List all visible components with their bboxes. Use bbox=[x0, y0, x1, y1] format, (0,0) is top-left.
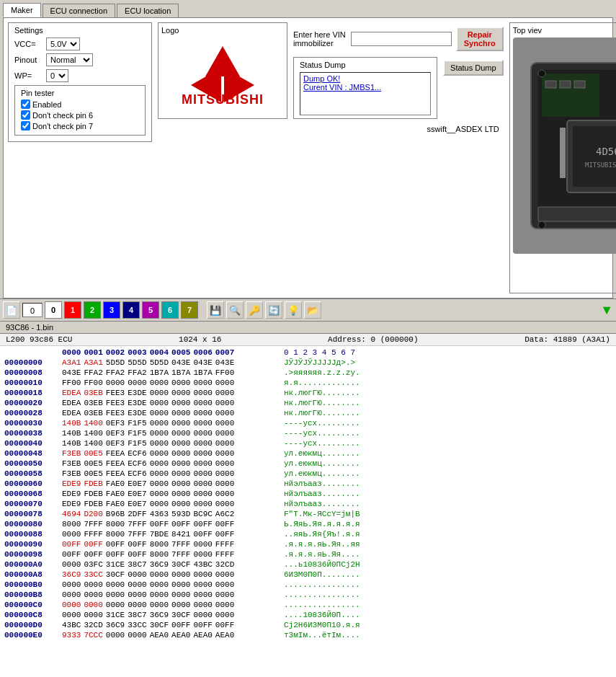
logo-image: MITSUBISHI bbox=[182, 37, 264, 115]
hex-row[interactable]: 00000000A3A1A3A15D5D5D5D5D5D043E043E043E… bbox=[1, 358, 615, 368]
color-5-btn[interactable]: 5 bbox=[142, 301, 159, 319]
brand-name: MITSUBISHI bbox=[182, 92, 264, 107]
hex-row[interactable]: 00000050F3EB00E5FEEAECF60000000000000000… bbox=[1, 459, 615, 469]
toolbar: 📄 0 0 1 2 3 4 5 6 7 💾 🔍 🔑 🔄 💡 📂 ▼ bbox=[0, 298, 616, 322]
tab-maker[interactable]: Maker bbox=[3, 3, 41, 17]
svg-text:4D56: 4D56 bbox=[596, 146, 616, 157]
hex-row[interactable]: 000000D043BC32CD36C933CC30CF00FF00FF00FF… bbox=[1, 620, 615, 630]
pinout-label: Pinout bbox=[14, 56, 43, 64]
logo-group: Logo bbox=[158, 22, 287, 119]
hex-row[interactable]: 000000C80000000031CE38C736C930CF00000000… bbox=[1, 610, 615, 620]
color-3-btn[interactable]: 3 bbox=[103, 301, 120, 319]
hex-row[interactable]: 000000B000000000000000000000000000000000… bbox=[1, 580, 615, 590]
toolbar-save-btn[interactable]: 💾 bbox=[207, 301, 224, 319]
hex-row[interactable]: 00000030140B14000EF3F1F50000000000000000… bbox=[1, 418, 615, 428]
vcc-label: VCC= bbox=[14, 40, 43, 48]
vcc-select[interactable]: 3.3V 5.0V 12V bbox=[46, 37, 80, 50]
dump-ok-link[interactable]: Dump OK! bbox=[303, 74, 427, 83]
logo-label: Logo bbox=[161, 26, 179, 35]
tab-ecu-location[interactable]: ECU location bbox=[117, 4, 179, 17]
toolbar-folder-btn[interactable]: 📂 bbox=[304, 301, 321, 319]
settings-group: Settings VCC= 3.3V 5.0V 12V Pinout Norma… bbox=[8, 22, 152, 142]
pin-tester-label: Pin tester bbox=[21, 89, 139, 97]
pinout-select[interactable]: Normal Reverse bbox=[46, 53, 93, 66]
hex-row[interactable]: 00000070EDE9FDEBFAE0E0E70000000000000000… bbox=[1, 499, 615, 509]
size-label: 1024 x 16 bbox=[179, 335, 221, 344]
hex-row[interactable]: 00000048F3EB00E5FEEAECF60000000000000000… bbox=[1, 448, 615, 459]
address-label: Address: 0 (000000) bbox=[328, 335, 418, 344]
hex-column-header: 00000000 0000000100020003000400050006000… bbox=[1, 348, 615, 358]
ecu-image: 4D56 MITSUBISHI ▲ ATTENTION bbox=[513, 37, 616, 254]
hex-row[interactable]: 0000008080007FFF80007FFF00FF00FF00FF00FF… bbox=[1, 519, 615, 529]
company-label: sswift__ASDEX LTD bbox=[158, 123, 504, 135]
tab-bar: Maker ECU connection ECU location bbox=[0, 0, 616, 17]
color-4-btn[interactable]: 4 bbox=[122, 301, 140, 319]
svg-rect-8 bbox=[560, 128, 566, 178]
wp-label: WP= bbox=[14, 71, 43, 80]
hex-row[interactable]: 000000784694D200B96B2DFF4363593DBC9CA6C2… bbox=[1, 509, 615, 519]
hex-row[interactable]: 00000060EDE9FDEBFAE0E0E70000000000000000… bbox=[1, 479, 615, 489]
toolbar-bulb-btn[interactable]: 💡 bbox=[285, 301, 302, 319]
hex-row[interactable]: 000000A836C933CC30CF00000000000000000000… bbox=[1, 570, 615, 580]
svg-rect-13 bbox=[574, 81, 585, 88]
hex-row[interactable]: 000000A0000003FC31CE38C736C930CF43BC32CD… bbox=[1, 559, 615, 570]
hex-row[interactable]: 00000008043EFFA2FFA2FFA21B7A1B7A1B7AFF00… bbox=[1, 368, 615, 378]
svg-point-20 bbox=[538, 221, 545, 229]
hex-row[interactable]: 00000058F3EB00E5FEEAECF60000000000000000… bbox=[1, 469, 615, 479]
tab-ecu-connection[interactable]: ECU connection bbox=[43, 4, 116, 17]
repair-synchro-button[interactable]: Repair Synchro bbox=[456, 27, 504, 51]
svg-rect-12 bbox=[560, 81, 571, 88]
hex-row[interactable]: 000000E093337CCC00000000AEA0AEA0AEA0AEA0… bbox=[1, 630, 615, 640]
hex-row[interactable]: 0000009000FF00FF00FF00FF80007FFF0000FFFF… bbox=[1, 539, 615, 549]
toolbar-icon-1[interactable]: 📄 bbox=[3, 301, 20, 319]
svg-rect-10 bbox=[538, 207, 616, 221]
hex-row[interactable]: 000000B800000000000000000000000000000000… bbox=[1, 590, 615, 600]
file-tab-label: 93C86 - 1.bin bbox=[0, 322, 616, 334]
data-label: Data: 41889 (А3А1) bbox=[525, 335, 610, 344]
top-view-group: Top viev 4D56 MITSUBISHI bbox=[509, 22, 616, 293]
vin-label: Enter here VIN immobilizer bbox=[293, 30, 347, 48]
hex-row[interactable]: 0000009800FF00FF00FF00FF80007FFF0000FFFF… bbox=[1, 549, 615, 559]
svg-point-18 bbox=[538, 70, 545, 77]
hex-row[interactable]: 000000880000FFFF80007FFF7BDE842100FF00FF… bbox=[1, 529, 615, 539]
dont-check-pin7-checkbox[interactable] bbox=[21, 121, 30, 130]
hex-row[interactable]: 00000040140B14000EF3F1F50000000000000000… bbox=[1, 438, 615, 448]
enabled-label: Enabled bbox=[32, 100, 61, 109]
settings-label: Settings bbox=[14, 26, 146, 35]
hex-row[interactable]: 00000020EDEA03EBFEE3E3DE0000000000000000… bbox=[1, 398, 615, 408]
color-1-btn[interactable]: 1 bbox=[64, 301, 81, 319]
color-0-btn[interactable]: 0 bbox=[45, 301, 62, 319]
enabled-checkbox[interactable] bbox=[21, 99, 30, 109]
wp-select[interactable]: 0 1 2 bbox=[46, 69, 68, 82]
top-view-label: Top viev bbox=[513, 26, 616, 35]
toolbar-key-btn[interactable]: 🔑 bbox=[246, 301, 263, 319]
hex-info-bar: L200 93c86 ECU 1024 x 16 Address: 0 (000… bbox=[0, 334, 616, 346]
current-vin-link[interactable]: Curent VIN : JMBS1... bbox=[303, 83, 427, 92]
hex-row[interactable]: 00000028EDEA03EBFEE3E3DE0000000000000000… bbox=[1, 408, 615, 418]
color-6-btn[interactable]: 6 bbox=[161, 301, 179, 319]
svg-rect-11 bbox=[545, 81, 556, 88]
counter-display: 0 bbox=[22, 303, 43, 317]
status-dump-label: Status Dump bbox=[300, 61, 431, 69]
pin-tester-group: Pin tester Enabled Don't check pin 6 Don… bbox=[14, 85, 146, 136]
hex-row[interactable]: 00000038140B14000EF3F1F50000000000000000… bbox=[1, 428, 615, 438]
hex-row[interactable]: 00000068EDE9FDEBFAE0E0E70000000000000000… bbox=[1, 489, 615, 499]
svg-text:MITSUBISHI: MITSUBISHI bbox=[585, 161, 616, 169]
download-icon[interactable]: ▼ bbox=[600, 303, 613, 318]
hex-area[interactable]: 00000000 0000000100020003000400050006000… bbox=[0, 346, 616, 677]
dont-check-pin7-label: Don't check pin 7 bbox=[32, 122, 93, 130]
top-panel: Settings VCC= 3.3V 5.0V 12V Pinout Norma… bbox=[3, 17, 613, 298]
hex-row[interactable]: 00000010FF00FF00000000000000000000000000… bbox=[1, 378, 615, 388]
dont-check-pin6-checkbox[interactable] bbox=[21, 110, 30, 120]
hex-row[interactable]: 000000C000000000000000000000000000000000… bbox=[1, 600, 615, 610]
ecu-svg: 4D56 MITSUBISHI ▲ ATTENTION bbox=[517, 48, 616, 243]
vin-input[interactable] bbox=[351, 32, 452, 46]
color-7-btn[interactable]: 7 bbox=[181, 301, 198, 319]
hex-row[interactable]: 00000018EDEA03EBFEE3E3DE0000000000000000… bbox=[1, 388, 615, 398]
ecu-label: L200 93c86 ECU bbox=[6, 335, 72, 344]
color-2-btn[interactable]: 2 bbox=[84, 301, 101, 319]
status-dump-button[interactable]: Status Dump bbox=[443, 60, 504, 76]
toolbar-refresh-btn[interactable]: 🔄 bbox=[265, 301, 282, 319]
dont-check-pin6-label: Don't check pin 6 bbox=[32, 111, 93, 120]
toolbar-search-btn[interactable]: 🔍 bbox=[226, 301, 244, 319]
